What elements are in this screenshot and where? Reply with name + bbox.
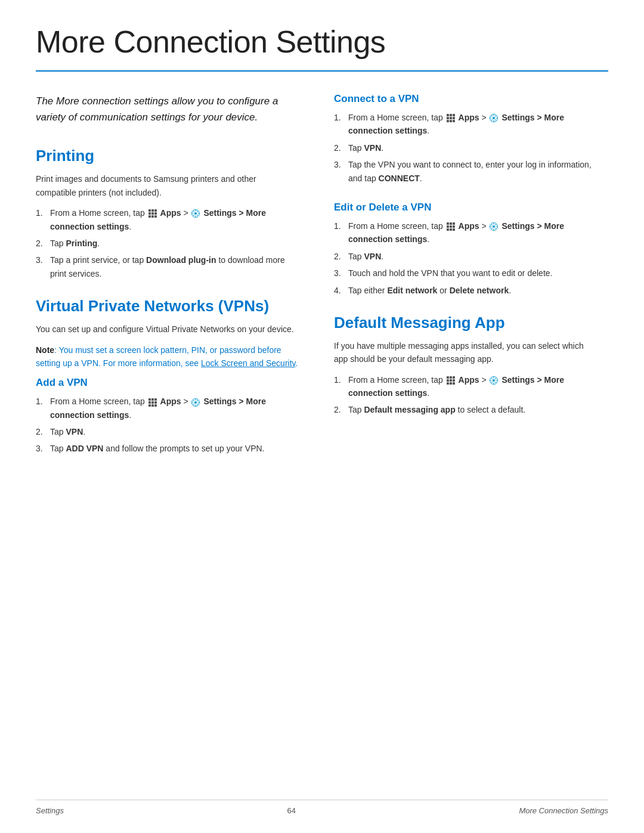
- settings-icon-2: [191, 398, 200, 407]
- default-messaging-section: Default Messaging App If you have multip…: [334, 314, 596, 417]
- default-messaging-step-2: 2. Tap Default messaging app to select a…: [334, 403, 596, 416]
- default-messaging-description: If you have multiple messaging apps inst…: [334, 339, 596, 366]
- edit-delete-vpn-title: Edit or Delete a VPN: [334, 202, 596, 213]
- page-title: More Connection Settings: [36, 0, 608, 72]
- default-messaging-title: Default Messaging App: [334, 314, 596, 332]
- apps-icon-2: [148, 398, 157, 407]
- edit-delete-step-1: 1. From a Home screen, tap Apps > Settin…: [334, 219, 596, 246]
- footer-left: Settings: [36, 806, 64, 815]
- connect-vpn-steps: 1. From a Home screen, tap Apps > Settin…: [334, 111, 596, 185]
- connect-vpn-title: Connect to a VPN: [334, 93, 596, 105]
- page-container: More Connection Settings The More connec…: [0, 0, 644, 833]
- vpns-description: You can set up and configure Virtual Pri…: [36, 323, 298, 336]
- intro-text: The More connection settings allow you t…: [36, 93, 298, 125]
- vpns-note: Note: You must set a screen lock pattern…: [36, 343, 298, 370]
- edit-delete-vpn-section: Edit or Delete a VPN 1. From a Home scre…: [334, 202, 596, 297]
- svg-point-9: [493, 379, 495, 382]
- apps-icon-3: [447, 114, 455, 122]
- default-messaging-steps: 1. From a Home screen, tap Apps > Settin…: [334, 373, 596, 417]
- edit-delete-step-3: 3. Touch and hold the VPN that you want …: [334, 267, 596, 280]
- edit-delete-step-4: 4. Tap either Edit network or Delete net…: [334, 284, 596, 297]
- col-left: The More connection settings allow you t…: [36, 93, 298, 472]
- lock-screen-link[interactable]: Lock Screen and Security: [201, 358, 296, 368]
- apps-icon-4: [447, 222, 455, 231]
- footer-right: More Connection Settings: [519, 806, 608, 815]
- settings-icon-3: [490, 114, 498, 122]
- add-vpn-title: Add a VPN: [36, 377, 298, 389]
- edit-delete-vpn-steps: 1. From a Home screen, tap Apps > Settin…: [334, 219, 596, 297]
- vpns-title: Virtual Private Networks (VPNs): [36, 297, 298, 315]
- add-vpn-step-3: 3. Tap ADD VPN and follow the prompts to…: [36, 442, 298, 455]
- svg-point-5: [493, 117, 495, 119]
- settings-icon-5: [490, 376, 498, 385]
- connect-vpn-step-1: 1. From a Home screen, tap Apps > Settin…: [334, 111, 596, 138]
- page-footer: Settings 64 More Connection Settings: [36, 800, 608, 815]
- printing-steps: 1. From a Home screen, tap Apps > Settin…: [36, 206, 298, 280]
- svg-point-3: [194, 401, 197, 404]
- add-vpn-section: Add a VPN 1. From a Home screen, tap App…: [36, 377, 298, 456]
- printing-step-2: 2. Tap Printing.: [36, 237, 298, 250]
- connect-vpn-step-3: 3. Tap the VPN you want to connect to, e…: [334, 158, 596, 185]
- footer-center: 64: [287, 806, 295, 815]
- edit-delete-step-2: 2. Tap VPN.: [334, 250, 596, 263]
- svg-point-7: [493, 225, 495, 228]
- printing-step-1: 1. From a Home screen, tap Apps > Settin…: [36, 206, 298, 233]
- add-vpn-step-1: 1. From a Home screen, tap Apps > Settin…: [36, 395, 298, 422]
- content-columns: The More connection settings allow you t…: [36, 93, 608, 472]
- col-right: Connect to a VPN 1. From a Home screen, …: [334, 93, 596, 472]
- default-messaging-step-1: 1. From a Home screen, tap Apps > Settin…: [334, 373, 596, 400]
- settings-icon-1: [191, 209, 200, 218]
- printing-title: Printing: [36, 147, 298, 165]
- connect-vpn-section: Connect to a VPN 1. From a Home screen, …: [334, 93, 596, 185]
- printing-step-3: 3. Tap a print service, or tap Download …: [36, 253, 298, 280]
- printing-section: Printing Print images and documents to S…: [36, 147, 298, 280]
- add-vpn-step-2: 2. Tap VPN.: [36, 425, 298, 438]
- svg-point-1: [194, 212, 197, 215]
- connect-vpn-step-2: 2. Tap VPN.: [334, 141, 596, 154]
- settings-icon-4: [490, 222, 498, 231]
- vpns-section: Virtual Private Networks (VPNs) You can …: [36, 297, 298, 456]
- apps-icon-1: [148, 209, 157, 218]
- apps-icon-5: [447, 376, 455, 385]
- printing-description: Print images and documents to Samsung pr…: [36, 172, 298, 199]
- add-vpn-steps: 1. From a Home screen, tap Apps > Settin…: [36, 395, 298, 456]
